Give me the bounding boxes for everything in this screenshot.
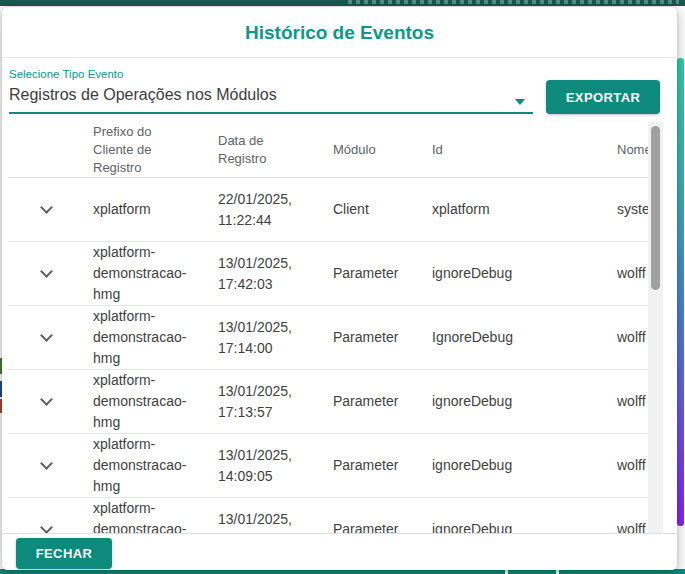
cell-date: 13/01/2025, 17:42:03	[218, 253, 333, 295]
cell-date: 13/01/2025, 13:41:47	[218, 509, 333, 534]
table-row: xplatform22/01/2025, 11:22:44Clientxplat…	[8, 178, 663, 242]
cell-id: ignoreDebug	[432, 263, 617, 284]
cell-module: Parameter	[333, 391, 432, 412]
column-header-prefix: Prefixo do Cliente de Registro	[93, 123, 218, 177]
cell-id: xplatform	[432, 199, 617, 220]
table-row: xplatform-demonstracao-hmg13/01/2025, 13…	[8, 498, 663, 533]
footer-divider	[2, 533, 677, 534]
cell-module: Parameter	[333, 519, 432, 533]
event-type-select-value: Registros de Operações nos Módulos	[9, 84, 533, 106]
vertical-scrollbar-track[interactable]	[648, 122, 663, 533]
event-type-select-label: Selecione Tipo Evento	[9, 68, 123, 80]
table-row: xplatform-demonstracao-hmg13/01/2025, 17…	[8, 306, 663, 370]
background-gradient-strip	[677, 58, 684, 526]
cell-prefix: xplatform-demonstracao-hmg	[93, 498, 218, 533]
expand-cell	[8, 306, 93, 369]
cell-module: Parameter	[333, 327, 432, 348]
cell-id: ignoreDebug	[432, 455, 617, 476]
export-button[interactable]: EXPORTAR	[546, 80, 660, 114]
chevron-down-icon[interactable]	[40, 457, 53, 470]
cell-prefix: xplatform-demonstracao-hmg	[93, 370, 218, 433]
table-body: xplatform22/01/2025, 11:22:44Clientxplat…	[8, 178, 663, 533]
cell-date: 13/01/2025, 14:09:05	[218, 445, 333, 487]
chevron-down-icon[interactable]	[40, 329, 53, 342]
event-type-select[interactable]: Registros de Operações nos Módulos	[9, 84, 533, 114]
page-root: Histórico de Eventos Selecione Tipo Even…	[0, 0, 685, 574]
chevron-down-icon[interactable]	[40, 393, 53, 406]
chevron-down-icon[interactable]	[40, 201, 53, 214]
cell-prefix: xplatform-demonstracao-hmg	[93, 306, 218, 369]
expand-cell	[8, 242, 93, 305]
column-header-expand	[8, 122, 93, 177]
title-divider	[2, 57, 677, 58]
close-button[interactable]: FECHAR	[16, 538, 112, 569]
cell-date: 13/01/2025, 17:13:57	[218, 381, 333, 423]
caret-down-icon[interactable]	[515, 99, 525, 105]
select-underline	[9, 112, 533, 114]
expand-cell	[8, 498, 93, 533]
background-top-bar	[0, 0, 685, 6]
table-row: xplatform-demonstracao-hmg13/01/2025, 17…	[8, 370, 663, 434]
column-header-date: Data de Registro	[218, 132, 333, 168]
cell-id: ignoreDebug	[432, 519, 617, 533]
chevron-down-icon[interactable]	[40, 265, 53, 278]
cell-module: Client	[333, 199, 432, 220]
background-clipped-text	[348, 0, 679, 4]
expand-cell	[8, 370, 93, 433]
cell-module: Parameter	[333, 455, 432, 476]
column-header-module: Módulo	[333, 141, 432, 159]
vertical-scrollbar-thumb[interactable]	[651, 126, 660, 290]
expand-cell	[8, 434, 93, 497]
cell-prefix: xplatform	[93, 199, 218, 220]
column-header-id: Id	[432, 141, 617, 159]
cell-date: 13/01/2025, 17:14:00	[218, 317, 333, 359]
event-history-dialog: Histórico de Eventos Selecione Tipo Even…	[2, 7, 677, 570]
cell-id: ignoreDebug	[432, 391, 617, 412]
cell-prefix: xplatform-demonstracao-hmg	[93, 242, 218, 305]
cell-date: 22/01/2025, 11:22:44	[218, 189, 333, 231]
events-table: Prefixo do Cliente de Registro Data de R…	[8, 122, 663, 533]
expand-cell	[8, 178, 93, 241]
table-row: xplatform-demonstracao-hmg13/01/2025, 14…	[8, 434, 663, 498]
chevron-down-icon[interactable]	[40, 521, 53, 533]
table-row: xplatform-demonstracao-hmg13/01/2025, 17…	[8, 242, 663, 306]
cell-module: Parameter	[333, 263, 432, 284]
dialog-title: Histórico de Eventos	[2, 22, 677, 44]
cell-prefix: xplatform-demonstracao-hmg	[93, 434, 218, 497]
table-header-row: Prefixo do Cliente de Registro Data de R…	[8, 122, 663, 178]
cell-id: IgnoreDebug	[432, 327, 617, 348]
